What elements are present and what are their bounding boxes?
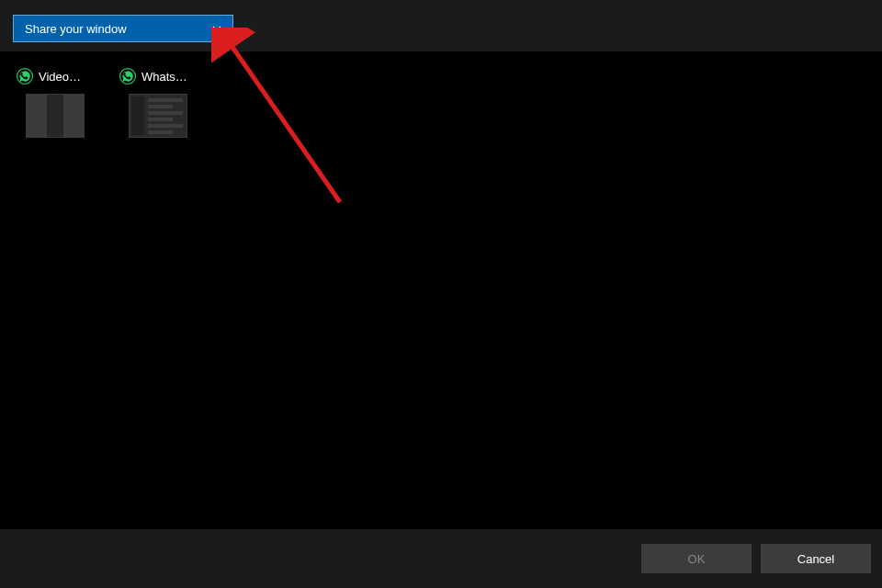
ok-button[interactable]: OK (641, 544, 752, 573)
window-option[interactable]: Whats… (119, 68, 197, 138)
window-option-label: Whats… (141, 70, 197, 84)
window-selection-area: Video… Whats… (0, 51, 882, 529)
whatsapp-icon (17, 68, 33, 85)
whatsapp-icon (119, 68, 136, 85)
cancel-button[interactable]: Cancel (761, 544, 871, 573)
share-window-dropdown[interactable]: Share your window (13, 15, 233, 42)
window-thumbnail (26, 94, 85, 138)
dialog-footer: OK Cancel (0, 529, 882, 588)
window-option[interactable]: Video… (17, 68, 94, 138)
share-window-label: Share your window (25, 22, 127, 36)
chevron-down-icon (212, 22, 221, 36)
window-thumbnail (129, 94, 187, 138)
window-option-label: Video… (39, 70, 94, 84)
